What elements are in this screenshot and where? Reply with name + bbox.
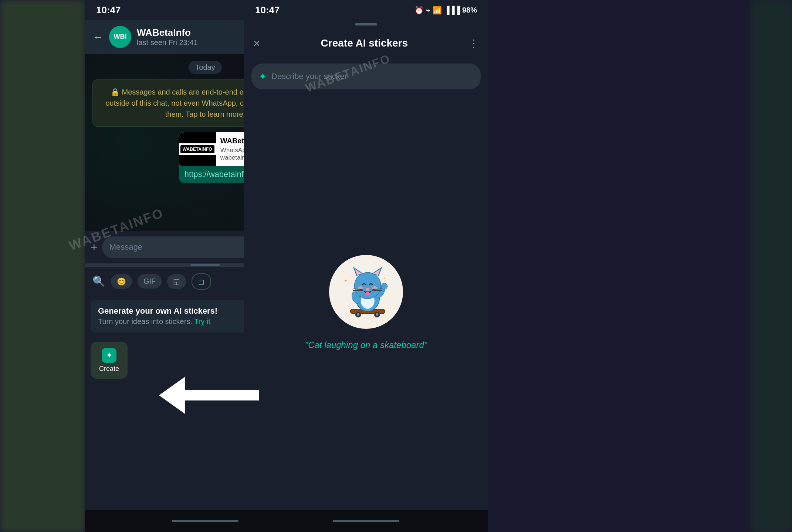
right-alarm-icon: ⏰ <box>414 6 424 15</box>
arrow-annotation <box>159 377 259 414</box>
sticker-display: ★ <box>244 95 488 510</box>
right-bottom-nav <box>244 510 488 532</box>
left-nav-indicator <box>172 520 238 522</box>
custom-tab-icon: ◱ <box>173 277 180 286</box>
svg-point-19 <box>365 292 370 295</box>
link-image: WABETAINFO <box>179 132 216 166</box>
describe-placeholder: Describe your sticker <box>271 72 473 81</box>
close-button[interactable]: × <box>253 37 260 50</box>
create-sticker-button[interactable]: ✦ Create <box>91 342 128 379</box>
svg-text:✦: ✦ <box>344 278 348 283</box>
message-placeholder: Message <box>109 242 142 252</box>
wbi-text: WABETAINFO <box>180 145 214 153</box>
divider-line <box>190 264 220 266</box>
right-wifi-icon: 📶 <box>433 6 442 15</box>
left-time: 10:47 <box>96 4 121 16</box>
cat-sticker-image: ★ <box>335 260 397 323</box>
add-attachment-icon[interactable]: + <box>91 241 98 254</box>
emoji-tab-icon: 😊 <box>117 277 126 286</box>
ai-panel-header: × Create AI stickers ⋮ <box>244 28 488 58</box>
sticker-image-container: ★ <box>329 255 403 329</box>
contact-status: last seen Fri 23:41 <box>137 38 261 47</box>
right-battery-text: 98% <box>462 6 477 14</box>
svg-point-3 <box>357 313 359 316</box>
panel-menu-button[interactable]: ⋮ <box>468 37 479 50</box>
arrow-body <box>185 390 259 400</box>
date-badge: Today <box>189 61 221 74</box>
describe-input[interactable]: ✦ Describe your sticker <box>251 64 481 89</box>
sticker-caption: "Cat laughing on a skateboard" <box>305 340 427 350</box>
svg-text:✦: ✦ <box>383 276 386 280</box>
top-pill-container <box>244 20 488 28</box>
right-nav-indicator <box>333 520 399 522</box>
arrow-head <box>159 377 185 414</box>
contact-info: WABetaInfo last seen Fri 23:41 <box>137 27 261 47</box>
emoji-tab[interactable]: 😊 <box>111 274 132 289</box>
try-it-link[interactable]: Try it <box>194 317 210 325</box>
sparkle-icon: ✦ <box>106 351 112 360</box>
svg-point-18 <box>366 288 369 290</box>
right-status-icons: ⏰ ⌁ 📶 ▐▐▐ 98% <box>414 6 477 15</box>
main-container: 10:47 ⏰ ⌁ 📶 ▐▐▐ 98% ← WBI WABetaInfo las… <box>0 0 792 532</box>
ai-panel-title: Create AI stickers <box>268 37 461 49</box>
create-sticker-icon: ✦ <box>102 348 116 363</box>
create-label: Create <box>99 365 119 373</box>
svg-text:✦: ✦ <box>346 298 349 302</box>
right-phone: 10:47 ⏰ ⌁ 📶 ▐▐▐ 98% × Create AI stickers… <box>244 0 488 532</box>
custom-tab[interactable]: ◱ <box>167 274 186 289</box>
emoji-search-icon[interactable]: 🔍 <box>92 275 105 287</box>
svg-point-4 <box>376 313 378 316</box>
right-status-bar: 10:47 ⏰ ⌁ 📶 ▐▐▐ 98% <box>244 0 488 20</box>
contact-name: WABetaInfo <box>137 27 261 38</box>
ai-sparkle-icon: ✦ <box>259 71 267 82</box>
sticker-tab-icon: ◻ <box>198 277 204 286</box>
top-pill-indicator <box>355 23 377 25</box>
avatar: WBI <box>109 26 131 48</box>
right-signal-icon: ▐▐▐ <box>444 6 460 14</box>
back-button[interactable]: ← <box>92 31 104 43</box>
right-time: 10:47 <box>255 4 280 16</box>
gif-tab-label: GIF <box>143 277 156 286</box>
sticker-tab[interactable]: ◻ <box>192 273 211 290</box>
svg-point-10 <box>381 283 387 289</box>
svg-text:✦: ✦ <box>386 298 389 302</box>
link-logo: WABETAINFO <box>179 143 216 155</box>
arrow-shape <box>159 377 259 414</box>
avatar-text: WBI <box>114 33 127 41</box>
gif-tab[interactable]: GIF <box>138 274 162 289</box>
right-bluetooth-icon: ⌁ <box>426 6 430 15</box>
